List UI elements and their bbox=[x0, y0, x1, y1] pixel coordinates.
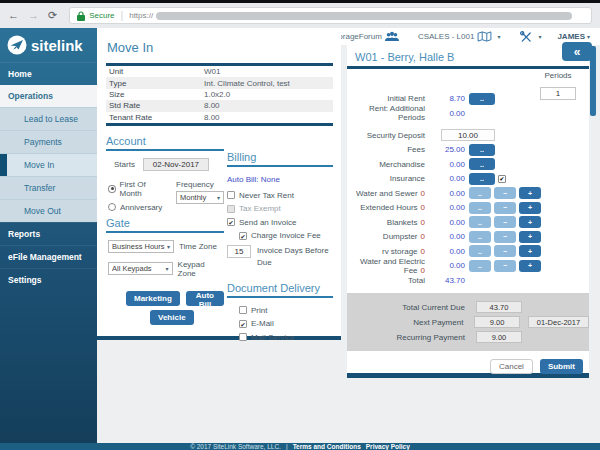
sidebar-item-label: Home bbox=[8, 69, 32, 79]
charge-label: Water and Sewer bbox=[356, 189, 418, 198]
user-name: JAMES bbox=[557, 32, 585, 41]
minus-button[interactable]: − bbox=[494, 260, 516, 272]
privacy-link[interactable]: Privacy Policy bbox=[366, 443, 410, 450]
submit-button[interactable]: Submit bbox=[540, 359, 583, 374]
ellipsis-button[interactable]: .. bbox=[469, 173, 495, 185]
ellipsis-button[interactable]: .. bbox=[469, 260, 491, 272]
summary-label: Recurring Payment bbox=[347, 333, 465, 342]
site-selector[interactable]: CSALES - L001 ▾ bbox=[418, 31, 501, 42]
unit-info-value: 1.0x2.0 bbox=[204, 90, 230, 99]
charge-label: Initial Rent bbox=[387, 94, 425, 103]
plus-button[interactable]: + bbox=[519, 216, 541, 228]
plus-button[interactable]: + bbox=[519, 202, 541, 214]
gate-zone-select[interactable]: Business Hours ▾ bbox=[108, 240, 174, 253]
sidebar-item[interactable]: Reports bbox=[0, 222, 97, 245]
charge-qty: 0 bbox=[421, 232, 425, 241]
total-row: Total 43.70 bbox=[347, 275, 589, 286]
checkbox-icon bbox=[227, 205, 235, 213]
charge-value: 25.00 bbox=[429, 145, 465, 154]
ellipsis-button[interactable]: .. bbox=[469, 187, 491, 199]
unit-info-label: Type bbox=[106, 79, 204, 88]
sidebar-item[interactable]: Move In bbox=[0, 153, 97, 176]
tools-menu[interactable]: ▾ bbox=[516, 31, 541, 43]
plus-button[interactable]: + bbox=[519, 231, 541, 243]
auto-bill-button[interactable]: Auto Bill bbox=[186, 291, 224, 306]
minus-button[interactable]: − bbox=[494, 216, 516, 228]
ellipsis-button[interactable]: .. bbox=[469, 245, 491, 257]
ellipsis-button[interactable]: .. bbox=[469, 144, 495, 156]
checkbox-label: Print bbox=[251, 306, 267, 315]
billing-checkbox-option[interactable]: Never Tax Rent bbox=[227, 191, 333, 200]
table-row: Unit W01 bbox=[106, 66, 333, 77]
radio-option[interactable]: First Of Month bbox=[108, 180, 166, 198]
billing-checkbox-option[interactable]: Send an Invoice bbox=[227, 218, 333, 227]
chevron-down-icon: ▾ bbox=[587, 33, 590, 40]
sidebar-item[interactable]: eFile Management bbox=[0, 245, 97, 268]
starts-date-input[interactable] bbox=[143, 158, 209, 171]
ellipsis-button[interactable]: .. bbox=[469, 202, 491, 214]
url-redacted bbox=[156, 12, 572, 20]
periods-input[interactable] bbox=[540, 87, 576, 100]
frequency-select[interactable]: Monthly ▾ bbox=[176, 191, 224, 204]
vehicle-button[interactable]: Vehicle bbox=[150, 310, 194, 325]
cancel-button[interactable]: Cancel bbox=[490, 359, 533, 374]
minus-button[interactable]: − bbox=[494, 202, 516, 214]
billing-column: Billing Auto Bill: None Never Tax Rent T… bbox=[224, 135, 333, 346]
charge-amount-input[interactable]: 10.00 bbox=[441, 129, 495, 141]
sidebar-item-label: eFile Management bbox=[8, 252, 82, 262]
auto-bill-status-link[interactable]: Auto Bill: None bbox=[227, 175, 333, 184]
sidebar: sitelink Home Operations Lead to Lease P… bbox=[0, 28, 97, 443]
sidebar-item[interactable]: Settings bbox=[0, 268, 97, 291]
charge-row: Merchandise 0.00 .. bbox=[347, 159, 589, 170]
radio-option[interactable]: Anniversary bbox=[108, 203, 166, 212]
billing-checkbox-option[interactable]: Charge Invoice Fee bbox=[239, 231, 333, 240]
document-delivery-heading: Document Delivery bbox=[227, 282, 333, 298]
ellipsis-button[interactable]: .. bbox=[469, 158, 495, 170]
storage-forum-link[interactable]: StorageForum bbox=[331, 31, 402, 42]
table-row: Size 1.0x2.0 bbox=[106, 89, 333, 100]
sidebar-item[interactable]: Transfer bbox=[0, 176, 97, 199]
document-delivery-options: Print E-Mail Mail Service bbox=[239, 306, 333, 342]
sidebar-item[interactable]: Operations bbox=[0, 85, 97, 107]
checkbox-icon bbox=[239, 232, 247, 240]
ellipsis-button[interactable]: .. bbox=[469, 216, 491, 228]
minus-button[interactable]: − bbox=[494, 231, 516, 243]
delivery-checkbox-option[interactable]: E-Mail bbox=[239, 319, 333, 328]
minus-button[interactable]: − bbox=[494, 245, 516, 257]
collapse-panel-button[interactable]: « bbox=[562, 42, 592, 61]
charges-panel: W01 - Berry, Halle B Periods Initial Ren… bbox=[347, 45, 589, 378]
minus-button[interactable]: − bbox=[494, 187, 516, 199]
table-row: Tenant Rate 8.00 bbox=[106, 112, 333, 123]
radio-label: First Of Month bbox=[120, 180, 167, 198]
plus-button[interactable]: + bbox=[519, 260, 541, 272]
charge-row: Fees 25.00 .. bbox=[347, 144, 589, 155]
address-bar[interactable]: Secure | https:// bbox=[69, 7, 592, 24]
sidebar-item[interactable]: Lead to Lease bbox=[0, 107, 97, 130]
secure-lock-icon bbox=[77, 11, 85, 21]
browser-refresh-icon[interactable]: ⟳ bbox=[48, 10, 57, 21]
plus-button[interactable]: + bbox=[519, 245, 541, 257]
move-in-form: Move In Unit W01 Type Int. Climate Contr… bbox=[97, 28, 341, 340]
gate-zone-select[interactable]: All Keypads ▾ bbox=[108, 262, 173, 275]
marketing-button[interactable]: Marketing bbox=[126, 291, 180, 306]
ellipsis-button[interactable]: .. bbox=[469, 93, 495, 105]
sidebar-item[interactable]: Move Out bbox=[0, 199, 97, 222]
delivery-checkbox-option[interactable]: Mail Service bbox=[239, 333, 333, 342]
plus-button[interactable]: + bbox=[519, 187, 541, 199]
invoice-days-input[interactable] bbox=[227, 245, 251, 258]
page-title: Move In bbox=[107, 40, 333, 55]
delivery-checkbox-option[interactable]: Print bbox=[239, 306, 333, 315]
sitelink-logo[interactable]: sitelink bbox=[0, 28, 97, 62]
sidebar-item-label: Move Out bbox=[24, 206, 61, 216]
browser-back-icon[interactable]: ← bbox=[8, 10, 19, 21]
billing-checkbox-option[interactable]: Tax Exempt bbox=[227, 204, 333, 213]
tools-icon bbox=[519, 31, 533, 43]
sidebar-item[interactable]: Payments bbox=[0, 130, 97, 153]
terms-link[interactable]: Terms and Conditions bbox=[293, 443, 361, 450]
user-menu[interactable]: JAMES ▾ bbox=[557, 32, 590, 41]
ellipsis-button[interactable]: .. bbox=[469, 231, 491, 243]
insurance-checkbox[interactable] bbox=[498, 175, 506, 183]
browser-forward-icon[interactable]: → bbox=[28, 10, 39, 21]
sidebar-item[interactable]: Home bbox=[0, 62, 97, 85]
charge-label: Dumpster bbox=[383, 232, 418, 241]
